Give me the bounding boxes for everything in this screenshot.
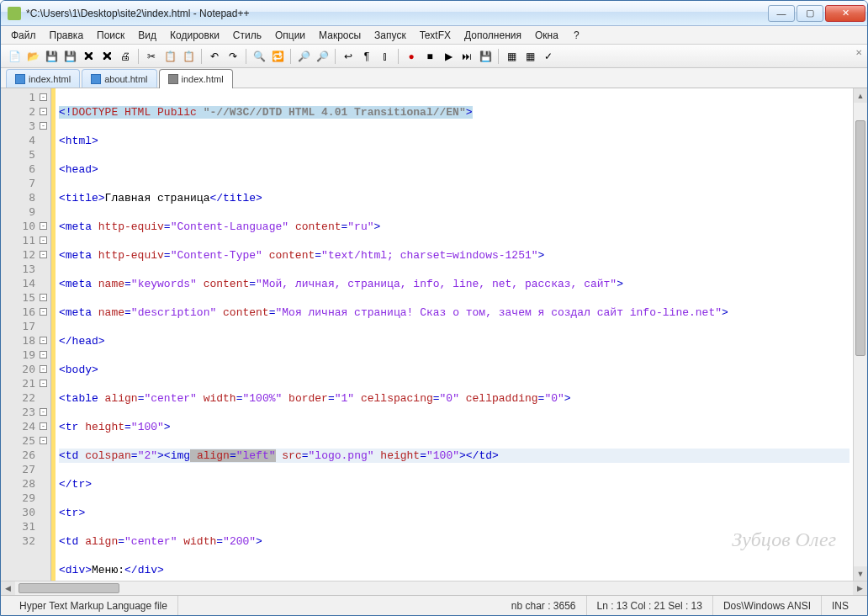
fold-icon[interactable]: - — [40, 351, 47, 358]
cut-icon[interactable]: ✂ — [143, 48, 160, 65]
menu-search[interactable]: Поиск — [92, 28, 130, 43]
menu-encoding[interactable]: Кодировки — [165, 28, 225, 43]
toolbar-misc-2-icon[interactable]: ▦ — [521, 48, 538, 65]
menu-textfx[interactable]: TextFX — [415, 28, 456, 43]
wrap-icon[interactable]: ↩ — [340, 48, 357, 65]
menu-view[interactable]: Вид — [133, 28, 161, 43]
file-icon — [15, 74, 25, 84]
app-icon — [8, 7, 21, 20]
menu-edit[interactable]: Правка — [45, 28, 89, 43]
file-tab-1[interactable]: index.html — [6, 69, 80, 88]
play-macro-icon[interactable]: ▶ — [440, 48, 457, 65]
fold-icon[interactable]: - — [40, 408, 47, 416]
copy-icon[interactable]: 📋 — [161, 48, 178, 65]
fold-icon[interactable]: - — [40, 236, 47, 244]
fold-icon[interactable]: - — [40, 108, 47, 115]
stop-macro-icon[interactable]: ■ — [421, 48, 438, 65]
record-macro-icon[interactable]: ● — [403, 48, 420, 65]
fold-icon[interactable]: - — [40, 337, 47, 344]
status-filetype: Hyper Text Markup Language file — [9, 596, 178, 615]
tab-label: about.html — [104, 74, 147, 84]
app-window: *C:\Users\1\Desktop\site2\index.html - N… — [0, 0, 868, 616]
toolbar-misc-3-icon[interactable]: ✓ — [540, 48, 557, 65]
tabstrip: index.html about.html index.html — [1, 68, 867, 88]
scroll-thumb-h[interactable] — [19, 583, 119, 593]
fold-icon[interactable]: - — [40, 93, 47, 101]
save-macro-icon[interactable]: 💾 — [477, 48, 494, 65]
code-editor[interactable]: <!DOCTYPE HTML Public "-//W3C//DTD HTML … — [56, 88, 853, 581]
secondary-close-icon[interactable]: ✕ — [855, 48, 862, 57]
show-all-icon[interactable]: ¶ — [358, 48, 375, 65]
scroll-down-icon[interactable]: ▼ — [854, 566, 867, 581]
status-chars: nb char : 3656 — [501, 596, 587, 615]
menu-options[interactable]: Опции — [270, 28, 310, 43]
status-encoding: Dos\Windows ANSI — [713, 596, 822, 615]
file-icon — [91, 74, 101, 84]
fold-icon[interactable]: - — [40, 122, 47, 130]
menu-plugins[interactable]: Дополнения — [459, 28, 527, 43]
editor-area: 1- 2- 3- 4 5 6 7 8 9 10- 11- 12- 13 14 1… — [1, 88, 867, 581]
menu-style[interactable]: Стиль — [228, 28, 267, 43]
file-icon — [168, 74, 178, 84]
menu-windows[interactable]: Окна — [530, 28, 564, 43]
tab-label: index.html — [29, 74, 71, 84]
line-number-gutter: 1- 2- 3- 4 5 6 7 8 9 10- 11- 12- 13 14 1… — [1, 88, 51, 581]
fold-icon[interactable]: - — [40, 308, 47, 316]
minimize-button[interactable]: — — [768, 5, 795, 22]
play-multi-icon[interactable]: ⏭ — [458, 48, 475, 65]
undo-icon[interactable]: ↶ — [206, 48, 223, 65]
titlebar[interactable]: *C:\Users\1\Desktop\site2\index.html - N… — [1, 1, 867, 26]
close-file-icon[interactable]: 🗙 — [80, 48, 97, 65]
scroll-up-icon[interactable]: ▲ — [854, 88, 867, 103]
save-all-icon[interactable]: 💾 — [61, 48, 78, 65]
file-tab-2[interactable]: about.html — [82, 69, 156, 88]
vertical-scrollbar[interactable]: ▲ ▼ — [853, 88, 867, 581]
zoom-in-icon[interactable]: 🔎 — [295, 48, 312, 65]
close-button[interactable]: ✕ — [825, 5, 865, 22]
open-file-icon[interactable]: 📂 — [24, 48, 41, 65]
horizontal-scrollbar[interactable]: ◀ ▶ — [1, 581, 867, 595]
paste-icon[interactable]: 📋 — [180, 48, 197, 65]
menu-run[interactable]: Запуск — [369, 28, 411, 43]
zoom-out-icon[interactable]: 🔎 — [314, 48, 331, 65]
fold-icon[interactable]: - — [40, 251, 47, 258]
menu-file[interactable]: Файл — [6, 28, 41, 43]
replace-icon[interactable]: 🔁 — [269, 48, 286, 65]
save-icon[interactable]: 💾 — [43, 48, 60, 65]
status-mode: INS — [822, 596, 859, 615]
fold-icon[interactable]: - — [40, 422, 47, 430]
indent-guide-icon[interactable]: ⫿ — [377, 48, 394, 65]
tab-label: index.html — [182, 74, 224, 84]
redo-icon[interactable]: ↷ — [225, 48, 241, 65]
scroll-left-icon[interactable]: ◀ — [1, 581, 15, 596]
fold-icon[interactable]: - — [40, 437, 47, 444]
scroll-thumb-v[interactable] — [855, 120, 865, 356]
fold-icon[interactable]: - — [40, 365, 47, 373]
scroll-right-icon[interactable]: ▶ — [853, 581, 867, 596]
fold-icon[interactable]: - — [40, 380, 47, 387]
new-file-icon[interactable]: 📄 — [6, 48, 23, 65]
fold-icon[interactable]: - — [40, 294, 47, 301]
menubar: Файл Правка Поиск Вид Кодировки Стиль Оп… — [1, 26, 867, 45]
close-all-icon[interactable]: 🗙 — [98, 48, 115, 65]
window-title: *C:\Users\1\Desktop\site2\index.html - N… — [26, 8, 768, 19]
maximize-button[interactable]: ▢ — [797, 5, 823, 22]
menu-help[interactable]: ? — [569, 28, 585, 43]
status-position: Ln : 13 Col : 21 Sel : 13 — [587, 596, 713, 615]
fold-icon[interactable]: - — [40, 222, 47, 230]
find-icon[interactable]: 🔍 — [251, 48, 267, 65]
statusbar: Hyper Text Markup Language file nb char … — [1, 595, 867, 615]
menu-macros[interactable]: Макросы — [314, 28, 366, 43]
window-controls: — ▢ ✕ — [768, 5, 865, 22]
file-tab-3[interactable]: index.html — [159, 69, 233, 88]
toolbar-misc-1-icon[interactable]: ▦ — [503, 48, 520, 65]
print-icon[interactable]: 🖨 — [117, 48, 134, 65]
toolbar: 📄 📂 💾 💾 🗙 🗙 🖨 ✂ 📋 📋 ↶ ↷ 🔍 🔁 🔎 🔎 ↩ ¶ ⫿ ● … — [1, 45, 867, 68]
